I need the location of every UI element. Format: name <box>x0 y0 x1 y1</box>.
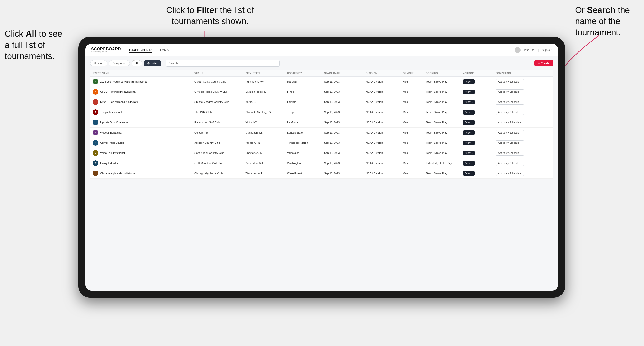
competing-cell: Add to My Schedule + <box>493 128 554 138</box>
division-cell: NCAA Division I <box>364 97 400 107</box>
logo-area: SCOREBOARD Powered by clippd <box>91 47 121 53</box>
actions-cell: View ℹ <box>461 128 493 138</box>
hosted-by-cell: Fairfield <box>285 97 322 107</box>
scoring-cell: Team, Stroke Play <box>424 87 461 97</box>
event-name-cell: T Temple Invitational <box>90 107 192 117</box>
scoring-cell: Individual, Stroke Play <box>424 158 461 168</box>
hosted-by-cell: Washington <box>285 158 322 168</box>
annotation-filter: Click to Filter the list oftournaments s… <box>166 5 254 27</box>
team-logo: T <box>92 109 98 115</box>
venue-cell: Sand Creek Country Club <box>192 148 243 158</box>
venue-cell: Jackson Country Club <box>192 138 243 148</box>
competing-button[interactable]: Competing <box>109 60 130 66</box>
col-header-actions: ACTIONS <box>461 70 493 77</box>
view-button[interactable]: View ℹ <box>463 120 475 125</box>
app-header: SCOREBOARD Powered by clippd TOURNAMENTS… <box>86 44 558 56</box>
actions-cell: View ℹ <box>461 138 493 148</box>
hosted-by-cell: Le Moyne <box>285 117 322 128</box>
add-to-schedule-button[interactable]: Add to My Schedule + <box>496 89 524 94</box>
search-input[interactable] <box>166 60 280 67</box>
event-name-cell: W Husky Individual <box>90 158 192 168</box>
event-name: Upstate Dual Challenge <box>100 121 128 124</box>
view-button[interactable]: View ℹ <box>463 90 475 94</box>
create-button[interactable]: + Create <box>534 60 553 66</box>
team-logo: F <box>92 99 98 105</box>
view-button[interactable]: View ℹ <box>463 171 475 176</box>
competing-cell: Add to My Schedule + <box>493 97 554 107</box>
event-name-cell: V Valpo Fall Invitational <box>90 148 192 158</box>
table-row: K Wildcat Invitational Colbert Hills Man… <box>90 128 553 138</box>
view-icon: ℹ <box>472 91 472 93</box>
view-button[interactable]: View ℹ <box>463 151 475 155</box>
hosted-by-cell: Tennessee-Martin <box>285 138 322 148</box>
add-to-schedule-button[interactable]: Add to My Schedule + <box>496 100 524 105</box>
view-button[interactable]: View ℹ <box>463 100 475 104</box>
nav-tab-teams[interactable]: TEAMS <box>158 47 169 53</box>
competing-cell: Add to My Schedule + <box>493 117 554 128</box>
add-to-schedule-button[interactable]: Add to My Schedule + <box>496 171 524 176</box>
table-row: U Upstate Dual Challenge Ravenwood Golf … <box>90 117 553 128</box>
hosted-by-cell: Valparaiso <box>285 148 322 158</box>
gender-cell: Men <box>400 138 424 148</box>
team-logo: W <box>92 160 98 166</box>
team-logo: V <box>92 150 98 156</box>
add-to-schedule-button[interactable]: Add to My Schedule + <box>496 79 524 84</box>
table-row: T Temple Invitational The 1912 Club Plym… <box>90 107 553 117</box>
filter-button[interactable]: ⚙ Filter <box>144 60 161 66</box>
venue-cell: Guyan Golf & Country Club <box>192 77 243 87</box>
actions-cell: View ℹ <box>461 87 493 97</box>
division-cell: NCAA Division I <box>364 107 400 117</box>
hosting-button[interactable]: Hosting <box>90 60 107 66</box>
view-button[interactable]: View ℹ <box>463 110 475 115</box>
actions-cell: View ℹ <box>461 77 493 87</box>
competing-cell: Add to My Schedule + <box>493 138 554 148</box>
header-right: Test User | Sign out <box>515 47 552 53</box>
col-header-gender: GENDER <box>400 70 424 77</box>
view-button[interactable]: View ℹ <box>463 161 475 166</box>
city-cell: Chesterton, IN <box>243 148 285 158</box>
actions-cell: View ℹ <box>461 117 493 128</box>
view-icon: ℹ <box>472 172 472 174</box>
view-icon: ℹ <box>472 121 472 124</box>
add-to-schedule-button[interactable]: Add to My Schedule + <box>496 110 524 115</box>
col-header-division: DIVISION <box>364 70 400 77</box>
view-button[interactable]: View ℹ <box>463 79 475 84</box>
city-cell: Plymouth Meeting, PA <box>243 107 285 117</box>
event-name-cell: C Chicago Highlands Invitational <box>90 168 192 178</box>
add-to-schedule-button[interactable]: Add to My Schedule + <box>496 140 524 145</box>
all-button[interactable]: All <box>132 60 142 66</box>
table-row: I OFCC Fighting Illini Invitational Olym… <box>90 87 553 97</box>
event-name: Valpo Fall Invitational <box>100 152 125 154</box>
division-cell: NCAA Division I <box>364 128 400 138</box>
view-button[interactable]: View ℹ <box>463 130 475 135</box>
team-logo: M <box>92 79 98 84</box>
scoring-cell: Team, Stroke Play <box>424 138 461 148</box>
sign-out-link[interactable]: Sign out <box>542 48 552 52</box>
date-cell: Sep 16, 2023 <box>322 117 364 128</box>
competing-cell: Add to My Schedule + <box>493 148 554 158</box>
col-header-hosted: HOSTED BY <box>285 70 322 77</box>
view-button[interactable]: View ℹ <box>463 141 475 145</box>
scoring-cell: Team, Stroke Play <box>424 148 461 158</box>
division-cell: NCAA Division I <box>364 168 400 178</box>
competing-cell: Add to My Schedule + <box>493 107 554 117</box>
hosted-by-cell: Temple <box>285 107 322 117</box>
tablet-frame: SCOREBOARD Powered by clippd TOURNAMENTS… <box>78 37 565 298</box>
table-row: W Husky Individual Gold Mountain Golf Cl… <box>90 158 553 168</box>
nav-tab-tournaments[interactable]: TOURNAMENTS <box>129 47 152 53</box>
gender-cell: Men <box>400 107 424 117</box>
add-to-schedule-button[interactable]: Add to My Schedule + <box>496 130 524 135</box>
content-area: Hosting Competing All ⚙ Filter + Create … <box>86 56 558 291</box>
add-to-schedule-button[interactable]: Add to My Schedule + <box>496 161 524 166</box>
event-name-cell: G Grover Page Classic <box>90 138 192 148</box>
division-cell: NCAA Division I <box>364 138 400 148</box>
add-to-schedule-button[interactable]: Add to My Schedule + <box>496 120 524 125</box>
event-name: Husky Individual <box>100 162 119 165</box>
venue-cell: Ravenwood Golf Club <box>192 117 243 128</box>
competing-cell: Add to My Schedule + <box>493 87 554 97</box>
date-cell: Sep 11, 2023 <box>322 77 364 87</box>
event-name: OFCC Fighting Illini Invitational <box>100 90 136 93</box>
scoring-cell: Team, Stroke Play <box>424 128 461 138</box>
event-name-cell: U Upstate Dual Challenge <box>90 117 192 128</box>
add-to-schedule-button[interactable]: Add to My Schedule + <box>496 151 524 156</box>
